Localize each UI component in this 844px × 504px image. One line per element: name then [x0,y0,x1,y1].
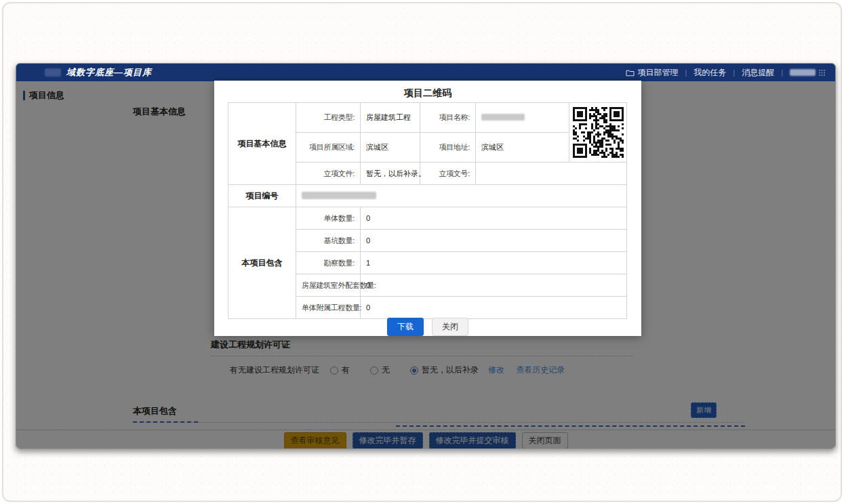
table-row: 本项目包含 单体数量: 0 [228,207,627,230]
count-value: 0 [361,274,627,297]
project-type-label: 工程类型: [296,103,361,133]
group-contains: 本项目包含 [228,207,296,319]
approval-doc-value: 暂无，以后补录。 [361,163,420,185]
table-row: 项目基本信息 工程类型: 房屋建筑工程 项目名称: [228,103,627,133]
approval-docno-label: 立项文号: [420,163,476,185]
menu-item-project-dept[interactable]: 项目部管理 [626,67,678,79]
count-value: 1 [361,252,627,274]
count-value: 0 [361,207,627,230]
modal-button-bar: 下载 关闭 [214,318,641,336]
header-brand: 域数字底座—项目库 [45,66,152,79]
qr-code-image [573,107,624,158]
redacted-username [790,69,816,76]
project-number-label: 项目编号 [228,185,296,207]
count-label: 单体附属工程数量: [296,297,361,319]
top-header: 域数字底座—项目库 项目部管理 | 我的任务 | 消息提醒 | [16,64,835,81]
download-button[interactable]: 下载 [387,318,424,336]
app-title: 域数字底座—项目库 [66,66,152,79]
group-basic-info: 项目基本信息 [228,103,296,185]
app-window: 域数字底座—项目库 项目部管理 | 我的任务 | 消息提醒 | [16,63,836,449]
menu-item-label: 项目部管理 [637,67,678,79]
modal-title: 项目二维码 [214,81,641,100]
count-label: 勘察数量: [296,252,361,274]
redacted-logo [45,68,61,77]
menu-item-user[interactable] [790,69,826,77]
modal-close-button[interactable]: 关闭 [432,318,468,336]
project-number-value [296,185,627,207]
qr-code-modal: 项目二维码 项目基本信息 工程类型: 房屋建筑工程 项目名称: 项目所属区域: … [214,81,641,336]
count-label: 单体数量: [296,207,361,230]
project-address-value: 滨城区 [476,133,569,163]
project-type-value: 房屋建筑工程 [361,103,420,133]
menu-divider: | [733,68,735,77]
redacted-project-name [481,114,525,121]
table-row: 项目编号 [228,185,627,207]
project-region-value: 滨城区 [361,133,420,163]
menu-item-my-tasks[interactable]: 我的任务 [694,67,726,79]
approval-docno-value [476,163,627,185]
page-frame: 域数字底座—项目库 项目部管理 | 我的任务 | 消息提醒 | [2,2,842,502]
count-value: 0 [361,297,627,319]
menu-divider: | [781,68,783,77]
project-address-label: 项目地址: [420,133,476,163]
menu-item-notifications[interactable]: 消息提醒 [742,67,774,79]
menu-item-label: 消息提醒 [742,67,774,79]
qr-code-cell [569,103,627,163]
count-label: 基坑数量: [296,230,361,252]
project-region-label: 项目所属区域: [296,133,361,163]
project-info-table: 项目基本信息 工程类型: 房屋建筑工程 项目名称: 项目所属区域: 滨城区 项目… [228,102,627,319]
redacted-project-number [302,192,376,199]
approval-doc-label: 立项文件: [296,163,361,185]
menu-item-label: 我的任务 [694,67,726,79]
count-label: 房屋建筑室外配套数量: [296,274,361,297]
project-name-value [476,103,569,133]
header-menu: 项目部管理 | 我的任务 | 消息提醒 | [626,67,826,79]
menu-divider: | [685,68,687,77]
apps-grid-icon [818,69,826,77]
count-value: 0 [361,230,627,252]
folder-icon [626,69,635,77]
project-name-label: 项目名称: [420,103,476,133]
